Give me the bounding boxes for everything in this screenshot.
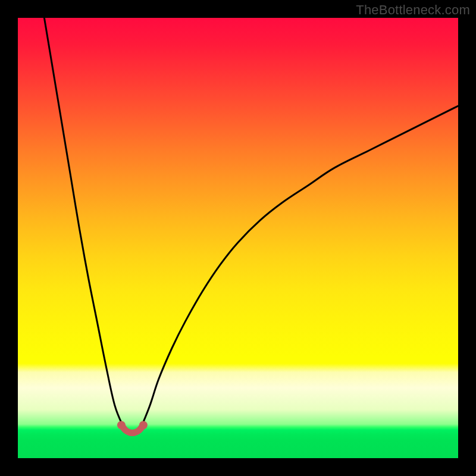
valley-endpoint-dot <box>117 421 126 430</box>
chart-frame: TheBottleneck.com <box>0 0 476 476</box>
curve-right-branch <box>141 106 458 427</box>
curve-left-branch <box>44 18 123 427</box>
curve-valley-dots <box>117 421 148 430</box>
plot-area <box>18 18 458 458</box>
bottleneck-curve-svg <box>18 18 458 458</box>
valley-endpoint-dot <box>139 421 148 430</box>
attribution-text: TheBottleneck.com <box>356 2 470 18</box>
curve-group <box>44 18 458 433</box>
